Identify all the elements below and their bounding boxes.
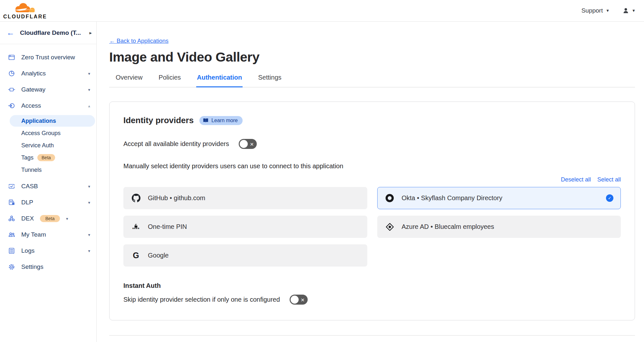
casb-box-check-icon	[8, 183, 15, 190]
sidebar-item-my-team[interactable]: My Team ▾	[0, 227, 96, 243]
learn-more-badge[interactable]: Learn more	[199, 116, 243, 125]
chevron-up-icon: ▴	[88, 103, 90, 108]
identity-providers-card: Identity providers Learn more Accept all…	[109, 102, 635, 320]
back-to-applications-link[interactable]: ← Back to Applications	[109, 38, 168, 44]
main-content: ← Back to Applications Image and Video G…	[97, 22, 644, 342]
provider-tile-okta[interactable]: Okta • Skyflash Company Directory ✓	[377, 187, 621, 209]
sidebar-item-tags[interactable]: Tags Beta	[0, 152, 96, 163]
book-icon	[203, 118, 208, 123]
tab-policies[interactable]: Policies	[158, 74, 181, 87]
sidebar-item-label: DEX	[21, 215, 34, 222]
select-all-link[interactable]: Select all	[597, 176, 621, 183]
instant-auth-row: Skip identity provider selection if only…	[123, 295, 621, 305]
instant-auth-toggle[interactable]: ✕	[290, 295, 308, 305]
grid-empty-cell	[377, 244, 621, 267]
okta-icon	[385, 194, 394, 202]
provider-tile-github[interactable]: GitHub • github.com	[123, 187, 367, 209]
beta-badge: Beta	[40, 215, 60, 222]
people-icon	[8, 231, 15, 238]
user-menu[interactable]: ▼	[622, 7, 636, 14]
chevron-down-icon: ▾	[88, 87, 90, 92]
provider-tile-one-time-pin[interactable]: **** One-time PIN	[123, 216, 367, 238]
sidebar-item-label: DLP	[21, 199, 82, 206]
top-bar-right: Support ▼ ▼	[582, 7, 636, 14]
provider-tile-google[interactable]: G Google	[123, 244, 367, 267]
support-menu[interactable]: Support ▼	[582, 7, 610, 14]
tab-overview[interactable]: Overview	[115, 74, 143, 87]
provider-name: One-time PIN	[148, 223, 360, 230]
cloudflare-logo: CLOUDFLARE	[5, 2, 46, 20]
back-link-label: Back to Applications	[117, 38, 168, 44]
list-document-icon	[8, 247, 15, 254]
azure-ad-icon	[385, 223, 394, 231]
toggle-off-x-icon: ✕	[250, 142, 254, 146]
sidebar-subitem-label: Service Auth	[21, 142, 54, 149]
accept-all-toggle[interactable]: ✕	[239, 139, 257, 149]
tab-bar: Overview Policies Authentication Setting…	[109, 74, 635, 87]
sidebar-item-label: Logs	[21, 247, 82, 254]
window-icon	[8, 54, 15, 61]
one-time-pin-lock-icon: ****	[131, 224, 140, 230]
support-caret-icon: ▼	[606, 8, 610, 13]
sidebar-subitem-label: Applications	[21, 118, 56, 124]
account-name: Cloudflare Demo (T...	[20, 29, 84, 36]
accept-all-label: Accept all available identity providers	[123, 140, 229, 148]
chevron-down-icon: ▾	[88, 232, 90, 237]
toggle-knob	[291, 296, 299, 304]
footer-actions: Cancel Save application	[109, 336, 635, 342]
github-icon	[131, 194, 140, 202]
chevron-down-icon: ▾	[88, 249, 90, 253]
providers-grid: GitHub • github.com Okta • Skyflash Comp…	[123, 187, 621, 267]
provider-name: Azure AD • Bluecalm employees	[402, 223, 614, 230]
tab-settings[interactable]: Settings	[257, 74, 282, 87]
sidebar-item-gateway[interactable]: Gateway ▾	[0, 82, 96, 98]
sidebar-item-dlp[interactable]: DLP ▾	[0, 194, 96, 210]
sidebar-item-applications[interactable]: Applications	[10, 115, 95, 127]
sidebar-item-dex[interactable]: DEX Beta ▾	[0, 210, 96, 227]
sidebar-item-label: Analytics	[21, 70, 82, 77]
google-g-letter: G	[133, 251, 139, 259]
sidebar-item-label: My Team	[21, 231, 82, 238]
sidebar-item-label: Gateway	[21, 86, 82, 93]
page-title: Image and Video Gallery	[109, 50, 635, 65]
account-expand-chevron-icon[interactable]: ▸	[89, 30, 92, 36]
sidebar-item-logs[interactable]: Logs ▾	[0, 243, 96, 259]
cloudflare-wordmark: CLOUDFLARE	[3, 14, 47, 20]
toggle-off-x-icon: ✕	[301, 297, 305, 302]
sidebar: ← Cloudflare Demo (T... ▸ Zero Trust ove…	[0, 22, 97, 342]
gear-icon	[8, 263, 15, 270]
chevron-down-icon: ▾	[88, 71, 90, 76]
instant-auth-heading: Instant Auth	[123, 282, 621, 289]
sidebar-item-casb[interactable]: CASB ▾	[0, 178, 96, 194]
pie-chart-icon	[8, 70, 15, 77]
provider-name: GitHub • github.com	[148, 194, 360, 202]
manual-select-text: Manually select identity providers users…	[123, 162, 621, 170]
provider-name: Okta • Skyflash Company Directory	[402, 194, 599, 202]
sidebar-item-zero-trust-overview[interactable]: Zero Trust overview	[0, 49, 96, 65]
sidebar-item-label: Access	[21, 102, 82, 109]
tab-authentication[interactable]: Authentication	[196, 74, 243, 87]
provider-tile-azure-ad[interactable]: Azure AD • Bluecalm employees	[377, 216, 621, 238]
sidebar-item-access[interactable]: Access ▴	[0, 98, 96, 114]
card-title: Identity providers	[123, 115, 194, 125]
back-arrow-icon[interactable]: ←	[6, 29, 14, 37]
sidebar-item-access-groups[interactable]: Access Groups	[0, 127, 96, 139]
access-icon	[8, 102, 15, 109]
selected-check-icon: ✓	[606, 194, 613, 202]
accept-all-row: Accept all available identity providers …	[123, 139, 621, 149]
sidebar-item-label: CASB	[21, 183, 82, 190]
top-bar: CLOUDFLARE Support ▼ ▼	[0, 0, 644, 22]
skip-label: Skip identity provider selection if only…	[123, 296, 280, 303]
sidebar-account-header: ← Cloudflare Demo (T... ▸	[0, 22, 96, 44]
sidebar-item-settings[interactable]: Settings	[0, 259, 96, 275]
sidebar-subitem-label: Access Groups	[21, 130, 61, 137]
sidebar-item-label: Settings	[21, 263, 90, 270]
sidebar-item-analytics[interactable]: Analytics ▾	[0, 65, 96, 82]
beta-badge: Beta	[37, 154, 55, 161]
chevron-down-icon: ▾	[88, 184, 90, 189]
deselect-all-link[interactable]: Deselect all	[561, 176, 591, 183]
sidebar-item-service-auth[interactable]: Service Auth	[0, 140, 96, 151]
network-nodes-icon	[8, 215, 15, 222]
sidebar-item-tunnels[interactable]: Tunnels	[0, 164, 96, 176]
support-label: Support	[582, 7, 603, 14]
